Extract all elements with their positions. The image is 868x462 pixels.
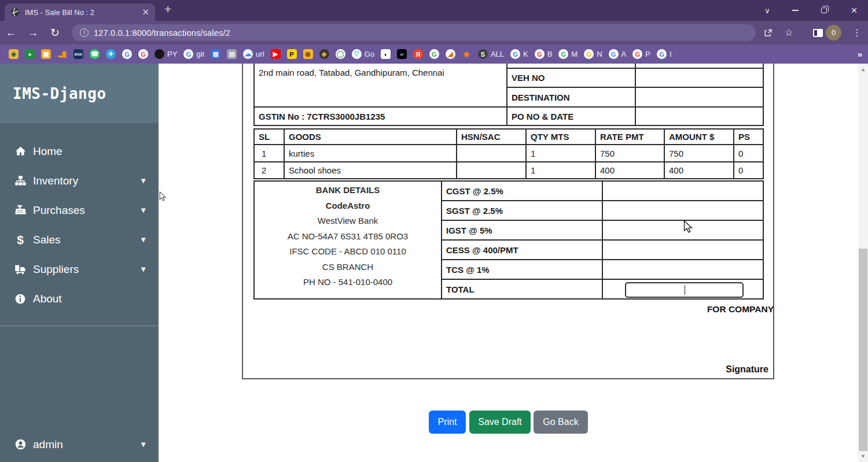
- google-b-icon: G: [535, 49, 545, 59]
- whatsapp-icon: ☎: [90, 49, 100, 59]
- chevron-down-icon[interactable]: ▼: [139, 265, 147, 273]
- invoice-page: 2nd main road, Tatabad, Gandhipuram, Che…: [159, 64, 858, 462]
- bookmark-google-2[interactable]: G: [138, 49, 148, 59]
- analytics-icon: ▂█: [57, 49, 67, 59]
- user-icon: [13, 438, 28, 450]
- tab-search-chevron-icon[interactable]: ∨: [757, 0, 778, 21]
- sidebar-item-purchases[interactable]: Purchases ▼: [0, 195, 159, 225]
- bookmark-sheets[interactable]: +: [25, 49, 35, 59]
- total-input[interactable]: [625, 282, 744, 298]
- bookmark-google-p[interactable]: GP: [632, 49, 650, 59]
- goods-header-sl: SL: [254, 129, 284, 145]
- print-button[interactable]: Print: [429, 411, 466, 434]
- go-back-button[interactable]: Go Back: [534, 411, 588, 434]
- browser-menu-icon[interactable]: ⋮: [849, 21, 865, 45]
- scroll-down-icon[interactable]: ▼: [858, 452, 868, 461]
- bookmark-analytics[interactable]: ▂█: [57, 49, 67, 59]
- bookmark-camera-orange[interactable]: ◉: [303, 49, 313, 59]
- for-company-label: FOR COMPANY: [253, 304, 774, 315]
- bookmark-google-i[interactable]: GI: [657, 49, 672, 59]
- bookmark-bird[interactable]: ◗: [381, 49, 391, 59]
- save-draft-button[interactable]: Save Draft: [469, 411, 531, 434]
- scroll-up-icon[interactable]: ▲: [858, 65, 868, 74]
- bookmark-google-git[interactable]: Ggit: [183, 49, 204, 59]
- sidebar-item-home[interactable]: Home: [0, 136, 159, 166]
- url-text: 127.0.0.1:8000/transactions/sales/2: [94, 28, 230, 38]
- bookmark-cl[interactable]: cl: [397, 49, 407, 59]
- profile-avatar[interactable]: 0: [826, 25, 841, 40]
- photos-orange-icon: ▣: [41, 49, 51, 59]
- bookmark-google-n[interactable]: GN: [584, 49, 602, 59]
- bookmark-label: I: [670, 50, 672, 58]
- address-bar[interactable]: i 127.0.0.1:8000/transactions/sales/2: [72, 24, 756, 41]
- back-icon[interactable]: ←: [0, 27, 22, 39]
- bookmark-google-a[interactable]: GA: [609, 49, 627, 59]
- text-caret: [685, 285, 685, 295]
- bookmark-adsense[interactable]: ◆: [9, 49, 19, 59]
- browser-tab[interactable]: IMS - Sale Bill No : 2 ✕: [5, 3, 155, 21]
- bookmark-github-py[interactable]: PY: [155, 49, 177, 59]
- chevron-down-icon[interactable]: ▼: [139, 176, 147, 185]
- scrollbar-thumb[interactable]: [859, 249, 867, 451]
- share-icon[interactable]: [759, 21, 777, 45]
- invoice-header-table: 2nd main road, Tatabad, Gandhipuram, Che…: [253, 64, 764, 126]
- sidebar-item-sales[interactable]: $ Sales ▼: [0, 225, 159, 254]
- goods-header-hsn: HSN/SAC: [457, 129, 526, 145]
- google-k-icon: G: [510, 49, 520, 59]
- sidebar-item-inventory[interactable]: Inventory ▼: [0, 166, 159, 195]
- chevron-down-icon[interactable]: ▼: [139, 235, 147, 244]
- sidebar-item-about[interactable]: About: [0, 284, 159, 313]
- new-tab-button[interactable]: +: [164, 2, 171, 16]
- table-row: 1 kurties 1 750 750 0: [254, 145, 763, 162]
- inventory-icon: [13, 175, 28, 187]
- app-gray-icon: ▤: [227, 49, 237, 59]
- bookmark-cloud-url[interactable]: ☁url: [243, 49, 264, 59]
- sidebar-item-suppliers[interactable]: Suppliers ▼: [0, 254, 159, 284]
- bookmark-yandex[interactable]: Я: [413, 49, 423, 59]
- google-p-icon: G: [632, 49, 642, 59]
- vertical-scrollbar[interactable]: ▲ ▼: [858, 64, 868, 462]
- purchases-icon: [13, 204, 28, 216]
- window-restore-icon[interactable]: [814, 0, 834, 21]
- bookmark-google-3[interactable]: G: [429, 49, 439, 59]
- bookmark-ieee[interactable]: IEEE: [73, 49, 83, 59]
- bookmark-cart-dark[interactable]: ◆: [319, 49, 329, 59]
- bookmarks-overflow-icon[interactable]: »: [858, 45, 862, 64]
- matlab-icon: ◢: [446, 49, 455, 59]
- tax-value-igst: [602, 220, 763, 240]
- site-info-icon[interactable]: i: [80, 28, 89, 37]
- bookmark-app-gray[interactable]: ▤: [227, 49, 237, 59]
- bookmark-eye-orange[interactable]: ◉: [462, 49, 472, 59]
- bookmark-p-yellow[interactable]: P: [287, 49, 297, 59]
- chevron-down-icon[interactable]: ▼: [139, 206, 147, 215]
- meta-value-destination: [635, 87, 763, 107]
- bookmark-google-m[interactable]: GM: [558, 49, 578, 59]
- totals-table: BANK DETAILS CodeAstro WestView Bank AC …: [253, 180, 764, 300]
- bookmark-photos-orange[interactable]: ▣: [41, 49, 51, 59]
- sidebar: IMS-Django Home Inventory ▼ Purchases ▼ …: [0, 64, 159, 462]
- reload-icon[interactable]: ↻: [44, 26, 66, 39]
- godaddy-icon: ♡: [352, 49, 362, 59]
- invoice-address: 2nd main road, Tatabad, Gandhipuram, Che…: [254, 64, 507, 107]
- bookmark-whatsapp[interactable]: ☎: [90, 49, 100, 59]
- side-panel-icon[interactable]: [809, 21, 826, 45]
- tax-label-igst: IGST @ 5%: [442, 220, 602, 240]
- bookmark-godaddy[interactable]: ♡Go: [352, 49, 374, 59]
- bookmark-globe-all[interactable]: SALL: [478, 49, 504, 59]
- window-close-icon[interactable]: ×: [843, 0, 866, 21]
- bookmark-google-k[interactable]: GK: [510, 49, 528, 59]
- bookmark-google-1[interactable]: G: [122, 49, 132, 59]
- google-n-icon: G: [584, 49, 594, 59]
- forward-icon[interactable]: →: [22, 27, 44, 39]
- bookmark-ring-green[interactable]: ◯: [336, 49, 345, 59]
- tab-close-icon[interactable]: ✕: [142, 7, 149, 17]
- bookmark-google-b[interactable]: GB: [535, 49, 553, 59]
- bookmark-star-icon[interactable]: ☆: [780, 21, 797, 45]
- chevron-down-icon[interactable]: ▼: [139, 440, 147, 449]
- bookmark-telegram[interactable]: ✈: [106, 49, 116, 59]
- window-minimize-icon[interactable]: [785, 0, 806, 21]
- sidebar-item-admin[interactable]: admin ▼: [0, 430, 159, 459]
- bookmark-matlab[interactable]: ◢: [446, 49, 455, 59]
- bookmark-youtube[interactable]: ▶: [271, 49, 281, 59]
- bookmark-app-blue[interactable]: ▦: [211, 49, 220, 59]
